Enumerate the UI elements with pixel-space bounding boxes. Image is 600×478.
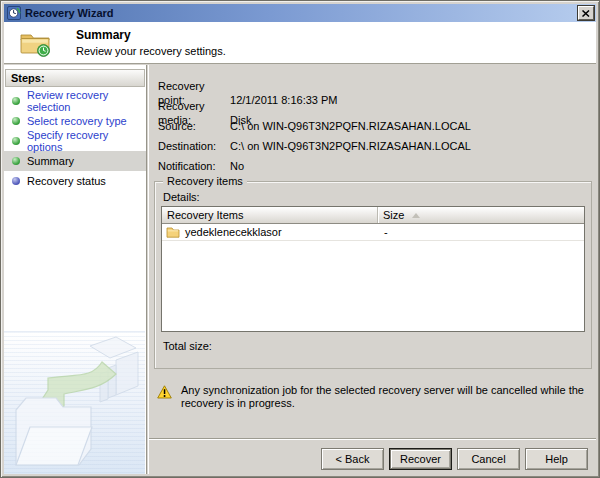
summary-fields: Recovery point: 12/1/2011 8:16:33 PM Rec…: [158, 79, 471, 179]
step-label: Review recovery selection: [27, 89, 146, 113]
sidebar-item-select-recovery-type[interactable]: Select recovery type: [4, 111, 146, 131]
page-title: Summary: [76, 28, 131, 42]
field-label: Destination:: [158, 139, 227, 153]
field-destination: Destination: C:\ on WIN-Q96T3N2PQFN.RIZA…: [158, 139, 471, 159]
row-name-cell: yedeklenecekklasor: [162, 226, 378, 238]
step-label: Specify recovery options: [27, 129, 146, 153]
sidebar-item-recovery-status[interactable]: Recovery status: [4, 171, 146, 191]
cancel-button[interactable]: Cancel: [457, 448, 520, 470]
sidebar-item-review-recovery-selection[interactable]: Review recovery selection: [4, 91, 146, 111]
details-label: Details:: [163, 191, 200, 203]
step-completed-bullet-icon: [12, 117, 20, 125]
field-value: C:\ on WIN-Q96T3N2PQFN.RIZASAHAN.LOCAL: [230, 119, 471, 133]
step-label: Select recovery type: [27, 115, 127, 127]
recovery-wizard-icon: [7, 6, 21, 20]
recovery-watermark: [4, 331, 145, 474]
sort-ascending-icon: [412, 213, 420, 218]
titlebar[interactable]: Recovery Wizard: [4, 4, 596, 22]
total-size-label: Total size:: [163, 340, 212, 352]
wizard-page-header: Summary Review your recovery settings.: [4, 22, 596, 64]
field-value: C:\ on WIN-Q96T3N2PQFN.RIZASAHAN.LOCAL: [230, 139, 471, 153]
step-label: Summary: [27, 155, 74, 167]
back-button[interactable]: < Back: [321, 448, 384, 470]
steps-header: Steps:: [5, 69, 145, 87]
sidebar-item-specify-recovery-options[interactable]: Specify recovery options: [4, 131, 146, 151]
page-subtitle: Review your recovery settings.: [76, 45, 226, 57]
close-button[interactable]: [578, 6, 594, 20]
summary-panel: Recovery point: 12/1/2011 8:16:33 PM Rec…: [148, 65, 596, 474]
warning-text: Any synchronization job for the selected…: [181, 384, 589, 410]
button-separator: [149, 438, 596, 440]
help-button[interactable]: Help: [525, 448, 588, 470]
step-pending-bullet-icon: [12, 177, 20, 185]
close-icon: [582, 10, 590, 17]
steps-sidebar: Steps: Review recovery selection Select …: [4, 65, 147, 474]
steps-list: Review recovery selection Select recover…: [4, 91, 146, 191]
field-label: Notification:: [158, 159, 227, 173]
step-completed-bullet-icon: [12, 137, 20, 145]
recover-button[interactable]: Recover: [389, 448, 452, 470]
recovery-wizard-dialog: Recovery Wizard Summary Review your reco…: [0, 0, 600, 478]
recovery-folder-icon: [19, 29, 51, 57]
step-completed-bullet-icon: [12, 97, 20, 105]
groupbox-title: Recovery items: [163, 175, 247, 187]
step-label: Recovery status: [27, 175, 106, 187]
field-label: Source:: [158, 119, 227, 133]
folder-icon: [166, 226, 180, 238]
listview-header: Recovery Items Size: [162, 207, 584, 224]
table-row[interactable]: yedeklenecekklasor -: [162, 224, 584, 241]
field-value: No: [230, 159, 244, 173]
row-size-cell: -: [378, 226, 584, 238]
sidebar-item-summary[interactable]: Summary: [4, 151, 146, 171]
column-header-size[interactable]: Size: [378, 207, 584, 223]
column-label: Size: [383, 209, 404, 221]
column-label: Recovery Items: [167, 209, 243, 221]
column-header-recovery-items[interactable]: Recovery Items: [162, 207, 378, 223]
field-source: Source: C:\ on WIN-Q96T3N2PQFN.RIZASAHAN…: [158, 119, 471, 139]
warning-message: Any synchronization job for the selected…: [157, 384, 589, 410]
recovery-items-groupbox: Recovery items Details: Recovery Items S…: [154, 181, 592, 369]
row-name: yedeklenecekklasor: [185, 226, 282, 238]
field-recovery-point: Recovery point: 12/1/2011 8:16:33 PM: [158, 79, 471, 99]
recovery-items-listview: Recovery Items Size yedeklenecekklasor: [161, 206, 585, 332]
step-current-bullet-icon: [12, 157, 20, 165]
warning-icon: [157, 385, 172, 399]
window-title: Recovery Wizard: [25, 7, 114, 19]
